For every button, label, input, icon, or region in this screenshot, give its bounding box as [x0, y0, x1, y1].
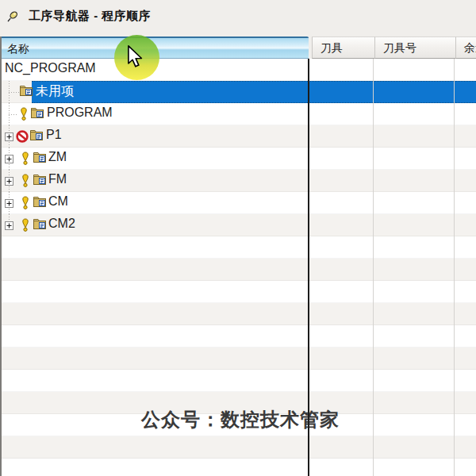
program-folder-icon [30, 129, 43, 141]
empty-row [2, 281, 476, 303]
panel-left-border [0, 36, 2, 476]
expand-plus-icon[interactable] [5, 132, 13, 141]
empty-row [2, 347, 476, 370]
tree-row-label: PROGRAM [47, 106, 113, 120]
tree-row-unused-items[interactable]: 未用项 [2, 81, 476, 103]
tree-line [9, 92, 19, 93]
tree-row-fm[interactable]: FM [2, 170, 476, 192]
warning-exclamation-icon [21, 218, 30, 232]
tree-row-label: NC_PROGRAM [5, 61, 96, 75]
tree-row-label: CM2 [48, 217, 75, 231]
expand-plus-icon[interactable] [5, 177, 13, 186]
tree-row-program[interactable]: PROGRAM [2, 103, 476, 125]
watermark-text: 公众号：数控技术管家 [141, 407, 340, 432]
tree-row-label: CM [48, 194, 68, 209]
program-folder-icon [33, 218, 46, 230]
empty-row [2, 459, 476, 476]
warning-exclamation-icon [21, 174, 30, 187]
program-folder-icon [33, 152, 46, 163]
tree-row-cm[interactable]: CM [2, 192, 476, 214]
expand-plus-icon[interactable] [5, 155, 13, 163]
tree-row-nc-program[interactable]: NC_PROGRAM [2, 59, 476, 81]
empty-row [2, 325, 476, 347]
panel-titlebar: 工序导航器 - 程序顺序 [0, 0, 476, 36]
column-divider[interactable] [454, 59, 455, 476]
warning-exclamation-icon [21, 196, 30, 209]
table-header: 名称 刀具 刀具号 余量 [2, 36, 476, 59]
tree-row-p1[interactable]: P1 [2, 125, 476, 148]
program-folder-icon [33, 174, 46, 186]
program-folder-icon [31, 107, 44, 119]
warning-exclamation-icon [19, 107, 29, 121]
panel-title: 工序导航器 - 程序顺序 [29, 9, 151, 24]
tree-row-label: 未用项 [36, 83, 74, 100]
empty-row [2, 236, 476, 259]
column-divider[interactable] [373, 59, 374, 476]
pin-icon[interactable] [6, 10, 20, 24]
tree-row-zm[interactable]: ZM [2, 148, 476, 170]
mouse-cursor-icon [127, 45, 143, 67]
empty-row [2, 370, 476, 392]
tree-row-cm2[interactable]: CM2 [2, 214, 476, 236]
column-header-tool[interactable]: 刀具 [312, 36, 374, 59]
column-resize-line[interactable] [308, 59, 309, 476]
column-header-tool-number[interactable]: 刀具号 [374, 36, 455, 59]
expand-plus-icon[interactable] [5, 221, 13, 230]
tree-line [9, 114, 18, 115]
tree-row-label: P1 [46, 128, 62, 142]
tree-row-label: ZM [48, 150, 67, 164]
tree-row-label: FM [48, 172, 67, 186]
suppressed-ban-icon [16, 130, 29, 143]
program-folder-icon [20, 85, 33, 97]
column-header-stock[interactable]: 余量 [455, 36, 476, 59]
selection-highlight [32, 81, 476, 103]
empty-row [2, 259, 476, 281]
empty-row [2, 303, 476, 325]
program-folder-icon [33, 196, 46, 208]
empty-row [2, 436, 476, 459]
expand-plus-icon[interactable] [5, 199, 13, 208]
warning-exclamation-icon [21, 152, 30, 165]
